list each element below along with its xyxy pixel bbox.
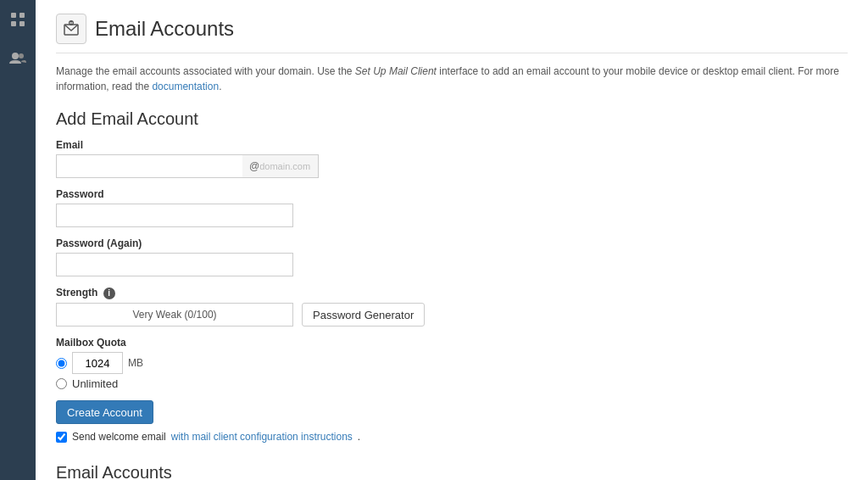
accounts-section: Email Accounts Search Page Size 10 25 50… [56, 463, 848, 480]
password-again-input[interactable] [56, 253, 293, 276]
password-again-group: Password (Again) [56, 237, 848, 276]
email-group: Email @ domain.com [56, 139, 848, 178]
page-title: Email Accounts [95, 17, 234, 41]
email-input[interactable] [56, 154, 242, 178]
email-at-domain: @ domain.com [242, 154, 319, 178]
strength-info-icon[interactable]: i [103, 287, 115, 299]
quota-label: Mailbox Quota [56, 337, 848, 349]
strength-value: Very Weak (0/100) [132, 309, 216, 321]
quota-mb-row: MB [56, 352, 848, 374]
grid-icon[interactable] [5, 7, 31, 36]
password-generator-button[interactable]: Password Generator [302, 303, 425, 327]
quota-input[interactable] [72, 352, 123, 374]
strength-label: Strength i [56, 287, 848, 299]
welcome-email-row: Send welcome email with mail client conf… [56, 431, 848, 443]
main-content: Email Accounts Manage the email accounts… [36, 0, 868, 480]
accounts-section-title: Email Accounts [56, 463, 848, 480]
create-account-area: Create Account [56, 400, 848, 424]
svg-point-4 [12, 53, 19, 59]
quota-mb-radio[interactable] [56, 358, 67, 369]
svg-point-5 [19, 53, 24, 59]
email-label: Email [56, 139, 848, 151]
quota-unlimited-radio[interactable] [56, 378, 67, 389]
quota-unlimited-row: Unlimited [56, 377, 848, 390]
users-icon[interactable] [4, 47, 31, 75]
email-row: @ domain.com [56, 154, 848, 178]
svg-rect-1 [19, 13, 25, 18]
svg-rect-0 [11, 13, 16, 18]
password-again-label: Password (Again) [56, 237, 848, 249]
create-account-button[interactable]: Create Account [56, 400, 153, 424]
welcome-email-checkbox[interactable] [56, 432, 67, 443]
svg-rect-2 [11, 21, 16, 26]
password-group: Password [56, 188, 848, 227]
documentation-link[interactable]: documentation [152, 81, 219, 92]
quota-unit: MB [128, 357, 143, 369]
strength-group: Strength i Very Weak (0/100) Password Ge… [56, 287, 848, 327]
welcome-email-label: Send welcome email [72, 431, 166, 443]
mail-config-link[interactable]: with mail client configuration instructi… [171, 431, 353, 443]
password-input[interactable] [56, 204, 293, 227]
page-header: Email Accounts [56, 14, 848, 53]
svg-rect-3 [19, 21, 25, 26]
sidebar [0, 0, 36, 480]
quota-group: Mailbox Quota MB Unlimited [56, 337, 848, 390]
description: Manage the email accounts associated wit… [56, 64, 848, 94]
password-label: Password [56, 188, 848, 200]
unlimited-label: Unlimited [72, 377, 118, 390]
strength-bar: Very Weak (0/100) [56, 303, 293, 327]
add-section-title: Add Email Account [56, 109, 848, 129]
strength-row: Very Weak (0/100) Password Generator [56, 303, 848, 327]
email-accounts-icon [56, 14, 86, 44]
